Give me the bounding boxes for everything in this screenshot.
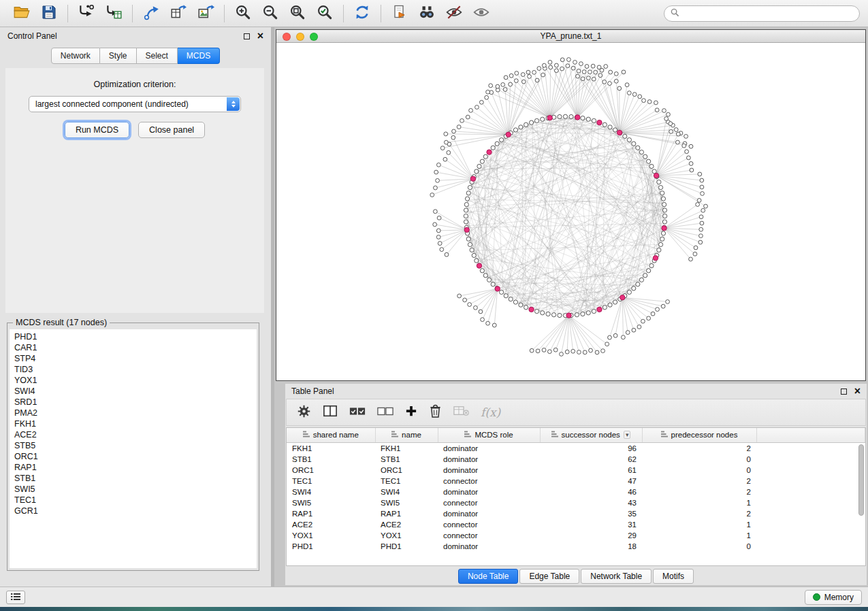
column-header-successor-nodes[interactable]: successor nodes▾ (540, 428, 642, 442)
mcds-panel: Optimization criterion: largest connecte… (5, 68, 264, 313)
float-panel-icon[interactable] (244, 33, 250, 39)
column-header-MCDS-role[interactable]: MCDS role (438, 428, 540, 442)
copy-style-button[interactable] (386, 3, 413, 24)
table-cell: TEC1 (375, 476, 438, 486)
table-row[interactable]: RAP1RAP1dominator352 (287, 508, 865, 519)
mcds-result-item[interactable]: TEC1 (14, 495, 257, 506)
float-panel-icon[interactable] (841, 389, 847, 395)
table-row[interactable]: ACE2ACE2connector311 (287, 519, 865, 530)
mcds-result-item[interactable]: YOX1 (14, 375, 257, 386)
show-all-button[interactable] (468, 3, 495, 24)
mcds-result-item[interactable]: GCR1 (14, 506, 257, 516)
first-neighbors-button[interactable] (413, 3, 440, 24)
close-panel-button[interactable]: Close panel (138, 122, 205, 138)
close-panel-icon[interactable]: × (854, 387, 861, 395)
mcds-result-item[interactable]: PHD1 (14, 331, 257, 342)
table-cell: SWI5 (287, 497, 375, 508)
table-cell: 2 (642, 476, 756, 486)
maximize-window-icon[interactable] (310, 33, 318, 41)
table-row[interactable]: STB1STB1dominator620 (287, 454, 865, 465)
tab-style[interactable]: Style (100, 48, 137, 64)
export-image-button[interactable] (192, 3, 219, 24)
table-row[interactable]: PHD1PHD1dominator180 (287, 541, 865, 552)
column-header-shared-name[interactable]: shared name (287, 428, 375, 442)
mcds-result-item[interactable]: CAR1 (14, 342, 257, 353)
zoom-in-button[interactable] (229, 3, 257, 24)
export-network-button[interactable] (138, 3, 165, 24)
memory-button[interactable]: Memory (805, 590, 862, 605)
select-all-button[interactable] (349, 406, 366, 419)
tab-network[interactable]: Network (51, 48, 100, 64)
table-row[interactable]: FKH1FKH1dominator962 (287, 442, 865, 454)
hide-selected-button[interactable] (440, 3, 468, 24)
table-panel-title: Table Panel (291, 386, 334, 396)
tab-mcds[interactable]: MCDS (178, 48, 220, 64)
mcds-result-item[interactable]: FKH1 (14, 418, 257, 429)
mcds-result-item[interactable]: ACE2 (14, 429, 257, 440)
table-cell: connector (438, 497, 540, 508)
table-cell: FKH1 (287, 442, 375, 454)
network-view[interactable] (276, 43, 865, 380)
deselect-all-button[interactable] (377, 406, 393, 419)
task-history-button[interactable] (6, 591, 25, 604)
close-window-icon[interactable] (283, 33, 291, 41)
mcds-result-item[interactable]: TID3 (14, 364, 257, 375)
table-settings-button[interactable] (297, 404, 311, 421)
run-mcds-button[interactable]: Run MCDS (65, 122, 129, 138)
table-cell: 29 (540, 530, 642, 541)
network-window-titlebar[interactable]: YPA_prune.txt_1 (276, 30, 865, 43)
table-cell: dominator (438, 442, 540, 454)
mcds-result-item[interactable]: ORC1 (14, 451, 257, 462)
scrollbar-thumb[interactable] (858, 444, 864, 516)
zoom-out-button[interactable] (257, 3, 284, 24)
column-header-predecessor-nodes[interactable]: predecessor nodes (642, 428, 756, 442)
mcds-result-item[interactable]: SRD1 (14, 397, 257, 408)
network-graph[interactable] (276, 43, 865, 380)
close-panel-icon[interactable]: × (257, 32, 263, 40)
import-table-button[interactable] (100, 3, 127, 24)
mcds-result-item[interactable]: SWI4 (14, 386, 257, 397)
show-columns-button[interactable] (323, 404, 338, 420)
export-table-button[interactable] (165, 3, 192, 24)
tab-edge-table[interactable]: Edge Table (519, 569, 579, 584)
save-button[interactable] (35, 3, 63, 24)
mcds-result-item[interactable]: SWI5 (14, 484, 257, 495)
tab-node-table[interactable]: Node Table (458, 569, 519, 584)
table-row[interactable]: SWI4SWI4dominator462 (287, 486, 865, 497)
table-row[interactable]: YOX1YOX1connector291 (287, 530, 865, 541)
table-row[interactable]: ORC1ORC1dominator610 (287, 465, 865, 476)
zoom-selected-button[interactable] (311, 3, 338, 24)
open-file-button[interactable] (8, 3, 35, 24)
mcds-result-item[interactable]: PMA2 (14, 408, 257, 418)
mcds-result-item[interactable]: STP4 (14, 353, 257, 364)
search-input[interactable] (684, 9, 853, 18)
table-cell: ORC1 (287, 465, 375, 476)
refresh-button[interactable] (349, 3, 376, 24)
delete-column-button[interactable] (429, 404, 442, 421)
mcds-result-item[interactable]: STB1 (14, 473, 257, 484)
table-cell: 47 (540, 476, 642, 486)
memory-status-icon (813, 593, 820, 601)
tab-motifs[interactable]: Motifs (653, 569, 694, 584)
mcds-result-item[interactable]: RAP1 (14, 462, 257, 473)
create-column-button[interactable] (405, 405, 417, 420)
table-cell: SWI4 (287, 486, 375, 497)
table-cell: 18 (540, 541, 642, 552)
table-row[interactable]: SWI5SWI5connector431 (287, 497, 865, 508)
table-scrollbar[interactable] (858, 444, 864, 553)
chevron-down-icon[interactable]: ▾ (624, 431, 631, 439)
mcds-result-list[interactable]: PHD1CAR1STP4TID3YOX1SWI4SRD1PMA2FKH1ACE2… (10, 329, 257, 568)
zoom-fit-button[interactable] (284, 3, 311, 24)
search-box[interactable] (664, 5, 860, 22)
column-header-name[interactable]: name (375, 428, 438, 442)
network-window: YPA_prune.txt_1 (276, 29, 866, 381)
minimize-window-icon[interactable] (296, 33, 304, 41)
mcds-result-item[interactable]: STB5 (14, 440, 257, 451)
import-network-button[interactable] (73, 3, 100, 24)
table-row[interactable]: TEC1TEC1connector472 (287, 476, 865, 486)
criterion-select[interactable]: largest connected component (undirected) (29, 96, 241, 112)
tab-network-table[interactable]: Network Table (581, 569, 652, 584)
table-cell: 35 (540, 508, 642, 519)
tab-select[interactable]: Select (137, 48, 178, 64)
table-cell: PHD1 (287, 541, 375, 552)
